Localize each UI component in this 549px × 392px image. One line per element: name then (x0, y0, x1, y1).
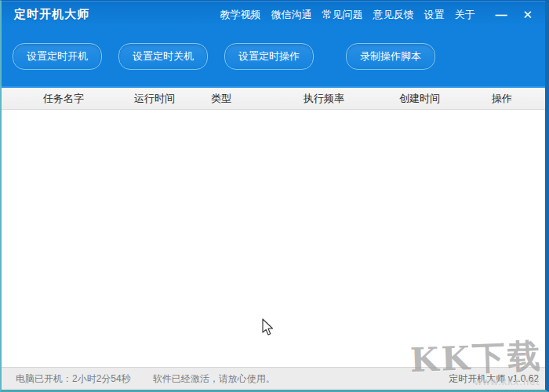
mouse-cursor-icon (262, 318, 278, 337)
column-exec-frequency[interactable]: 执行频率 (304, 92, 344, 106)
column-type[interactable]: 类型 (211, 92, 231, 106)
set-scheduled-shutdown-button[interactable]: 设置定时关机 (118, 43, 208, 70)
set-scheduled-action-button[interactable]: 设置定时操作 (224, 43, 314, 70)
menu-item-settings[interactable]: 设置 (424, 8, 444, 22)
titlebar: 定时开机大师 教学视频 微信沟通 常见问题 意见反馈 设置 关于 — ✕ (2, 1, 545, 28)
menu-item-faq[interactable]: 常见问题 (322, 8, 362, 22)
minimize-icon[interactable]: — (492, 7, 510, 22)
statusbar: 电脑已开机： 2小时2分54秒 软件已经激活，请放心使用。 定时开机大师 v1.… (2, 367, 545, 390)
menu-item-about[interactable]: 关于 (454, 8, 474, 22)
column-task-name[interactable]: 任务名字 (43, 92, 84, 106)
task-table-header: 任务名字 运行时间 类型 执行频率 创建时间 操作 (2, 88, 545, 110)
set-scheduled-boot-button[interactable]: 设置定时开机 (13, 43, 102, 70)
app-window: 定时开机大师 教学视频 微信沟通 常见问题 意见反馈 设置 关于 — ✕ 设置定… (0, 0, 549, 392)
column-actions[interactable]: 操作 (492, 92, 512, 106)
uptime-label: 电脑已开机： (16, 372, 72, 386)
task-list-empty-area[interactable] (2, 110, 545, 367)
toolbar: 设置定时开机 设置定时关机 设置定时操作 录制操作脚本 (2, 28, 545, 88)
version-label: 定时开机大师 v1.0.62 (449, 372, 539, 386)
menu-item-feedback[interactable]: 意见反馈 (373, 8, 413, 22)
column-create-time[interactable]: 创建时间 (399, 92, 440, 106)
app-title: 定时开机大师 (14, 7, 89, 22)
menu-item-tutorial-videos[interactable]: 教学视频 (220, 8, 260, 22)
menubar: 教学视频 微信沟通 常见问题 意见反馈 设置 关于 (220, 8, 474, 22)
record-action-script-button[interactable]: 录制操作脚本 (346, 43, 435, 70)
column-run-time[interactable]: 运行时间 (134, 92, 175, 106)
menu-item-wechat-contact[interactable]: 微信沟通 (271, 8, 311, 22)
uptime-value: 2小时2分54秒 (72, 372, 131, 386)
activation-status: 软件已经激活，请放心使用。 (153, 372, 275, 386)
close-icon[interactable]: ✕ (519, 7, 536, 22)
window-controls: — ✕ (492, 7, 536, 22)
